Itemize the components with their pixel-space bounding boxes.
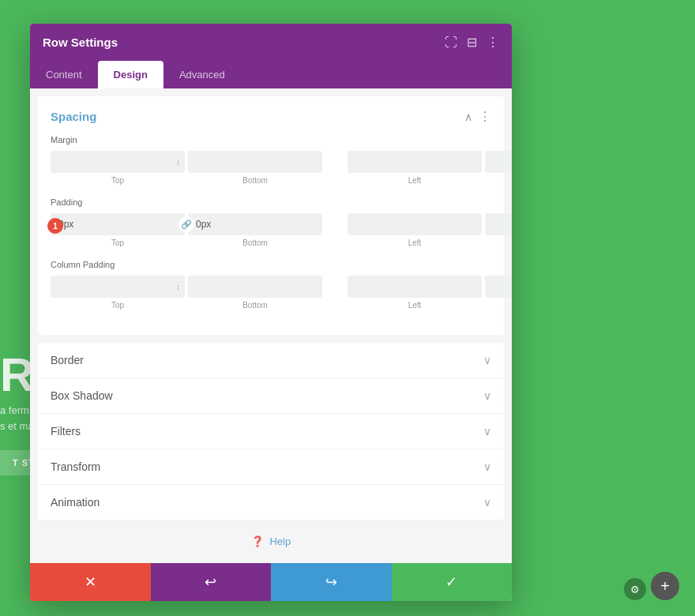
- spacing-section: Spacing ∧ ⋮ Margin ↕: [38, 96, 504, 335]
- col-padding-bottom-wrapper: [188, 276, 322, 298]
- padding-bottom-label: Bottom: [188, 239, 322, 247]
- padding-left-field-wrapper: [348, 213, 482, 235]
- col-padding-row: ↕ Top Bottom: [51, 276, 491, 310]
- col-padding-left-field[interactable]: [348, 276, 482, 298]
- margin-right-wrapper: ↕: [485, 151, 512, 173]
- fullscreen-icon[interactable]: ⛶: [445, 36, 457, 50]
- padding-top-input[interactable]: [51, 213, 185, 235]
- section-actions: ∧ ⋮: [464, 109, 491, 124]
- margin-left-col-label: Left: [348, 176, 482, 185]
- transform-title: Transform: [51, 460, 100, 473]
- col-padding-right-field-wrapper: ↕: [485, 276, 512, 298]
- animation-chevron: ∨: [483, 496, 491, 509]
- col-padding-top-input[interactable]: [51, 276, 185, 298]
- box-shadow-chevron: ∨: [483, 389, 491, 402]
- col-padding-top-wrapper: ↕: [51, 276, 185, 298]
- padding-left-labels: Top Bottom: [51, 239, 322, 247]
- section-menu-icon[interactable]: ⋮: [479, 109, 491, 124]
- padding-bottom-wrapper: [188, 213, 322, 235]
- col-padding-top-label: Top: [51, 301, 185, 310]
- border-section[interactable]: Border ∨: [38, 343, 504, 377]
- filters-section[interactable]: Filters ∨: [38, 413, 504, 449]
- col-padding-left-col-label: Left: [348, 301, 482, 310]
- animation-title: Animation: [51, 496, 100, 509]
- margin-label: Margin: [51, 135, 491, 145]
- margin-row: ↕ Top Bottom: [51, 151, 491, 185]
- padding-left-pair: 🔗: [51, 213, 322, 235]
- margin-top-label: Top: [51, 176, 185, 185]
- border-title: Border: [51, 354, 84, 366]
- padding-right-field[interactable]: [485, 213, 512, 235]
- tab-design[interactable]: Design: [98, 61, 163, 88]
- margin-right-input[interactable]: [485, 151, 512, 173]
- padding-left-field[interactable]: [348, 213, 482, 235]
- margin-top-suffix: ↕: [176, 158, 180, 167]
- col-padding-right-col-label: Right: [485, 301, 512, 310]
- padding-right-field-wrapper: ↕: [485, 213, 512, 235]
- spacing-title: Spacing: [51, 110, 96, 123]
- add-button[interactable]: +: [651, 572, 679, 600]
- modal-tabs: Content Design Advanced: [30, 61, 512, 88]
- col-padding-left-pair: ↕: [51, 276, 322, 298]
- padding-top-wrapper: [51, 213, 185, 235]
- padding-link-icon[interactable]: 🔗: [178, 216, 194, 232]
- margin-bottom-label: Bottom: [188, 176, 322, 185]
- redo-button[interactable]: ↪: [271, 563, 392, 601]
- modal-content: Spacing ∧ ⋮ Margin ↕: [30, 88, 512, 563]
- spacing-section-header: Spacing ∧ ⋮: [51, 109, 491, 124]
- margin-top-input[interactable]: [51, 151, 185, 173]
- padding-left-col-label: Left: [348, 239, 482, 247]
- help-area[interactable]: ❓ Help: [30, 520, 512, 563]
- row-settings-modal: Row Settings ⛶ ⊟ ⋮ Content Design Advanc…: [30, 24, 512, 601]
- margin-left-group: ↕ Top Bottom: [51, 151, 322, 185]
- margin-right-col-label: Right: [485, 176, 512, 185]
- collapsible-sections: Border ∨ Box Shadow ∨ Filters ∨ Transfor…: [38, 343, 504, 520]
- collapse-icon[interactable]: ∧: [464, 111, 472, 123]
- col-padding-left-labels: Top Bottom: [51, 301, 322, 310]
- snap-icon[interactable]: ⚙: [624, 578, 646, 600]
- modal-footer: ✕ ↩ ↪ ✓: [30, 563, 512, 601]
- col-padding-right-labels: Left Right: [348, 301, 512, 310]
- padding-bottom-input[interactable]: [188, 213, 322, 235]
- padding-row: 1 🔗: [51, 213, 491, 247]
- col-padding-right-pair: ↕: [348, 276, 512, 298]
- col-padding-right-field[interactable]: [485, 276, 512, 298]
- padding-label: Padding: [51, 197, 491, 207]
- transform-chevron: ∨: [483, 460, 491, 473]
- columns-icon[interactable]: ⊟: [467, 35, 477, 50]
- help-label: Help: [269, 535, 291, 547]
- padding-right-pair: ↕: [348, 213, 512, 235]
- box-shadow-section[interactable]: Box Shadow ∨: [38, 377, 504, 413]
- tab-content[interactable]: Content: [30, 61, 98, 88]
- undo-button[interactable]: ↩: [151, 563, 272, 601]
- margin-top-wrapper: ↕: [51, 151, 185, 173]
- margin-right-pair: ↕: [348, 151, 512, 173]
- animation-section[interactable]: Animation ∨: [38, 484, 504, 520]
- box-shadow-title: Box Shadow: [51, 389, 113, 402]
- margin-right-labels: Left Right: [348, 176, 512, 185]
- col-padding-bottom-label: Bottom: [188, 301, 322, 310]
- cancel-button[interactable]: ✕: [30, 563, 151, 601]
- col-padding-label: Column Padding: [51, 260, 491, 269]
- margin-bottom-wrapper: [188, 151, 322, 173]
- margin-left-labels: Top Bottom: [51, 176, 322, 185]
- col-padding-left-group: ↕ Top Bottom: [51, 276, 322, 310]
- modal-header: Row Settings ⛶ ⊟ ⋮: [30, 24, 512, 61]
- help-icon: ❓: [251, 535, 264, 547]
- modal-title: Row Settings: [43, 36, 118, 49]
- filters-title: Filters: [51, 425, 81, 438]
- border-chevron: ∨: [483, 354, 491, 366]
- padding-right-col-label: Right: [485, 239, 512, 247]
- padding-right-labels: Left Right: [348, 239, 512, 247]
- header-icons: ⛶ ⊟ ⋮: [445, 35, 499, 50]
- col-padding-bottom-input[interactable]: [188, 276, 322, 298]
- col-padding-right-group: ↕ Left Right: [348, 276, 512, 310]
- transform-section[interactable]: Transform ∨: [38, 449, 504, 484]
- padding-top-label: Top: [51, 239, 185, 247]
- more-vertical-icon[interactable]: ⋮: [486, 35, 499, 50]
- col-padding-left-field-wrapper: [348, 276, 482, 298]
- margin-left-input[interactable]: [348, 151, 482, 173]
- save-button[interactable]: ✓: [392, 563, 513, 601]
- margin-bottom-input[interactable]: [188, 151, 322, 173]
- tab-advanced[interactable]: Advanced: [163, 61, 241, 88]
